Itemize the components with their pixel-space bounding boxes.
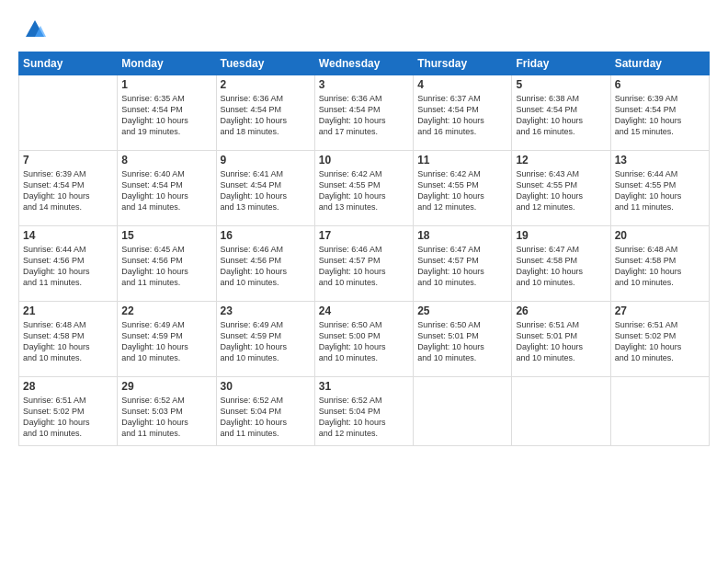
day-info: Sunrise: 6:38 AM Sunset: 4:54 PM Dayligh… xyxy=(516,93,606,138)
calendar-header-friday: Friday xyxy=(512,52,610,75)
calendar-cell: 1Sunrise: 6:35 AM Sunset: 4:54 PM Daylig… xyxy=(118,75,216,151)
calendar-header-monday: Monday xyxy=(118,52,216,75)
page: SundayMondayTuesdayWednesdayThursdayFrid… xyxy=(0,0,728,563)
day-info: Sunrise: 6:39 AM Sunset: 4:54 PM Dayligh… xyxy=(23,168,113,213)
calendar-cell: 20Sunrise: 6:48 AM Sunset: 4:58 PM Dayli… xyxy=(610,226,709,302)
calendar-cell: 3Sunrise: 6:36 AM Sunset: 4:54 PM Daylig… xyxy=(314,75,413,151)
calendar-cell: 30Sunrise: 6:52 AM Sunset: 5:04 PM Dayli… xyxy=(216,377,314,446)
day-number: 14 xyxy=(23,229,113,242)
day-number: 17 xyxy=(319,229,409,242)
day-info: Sunrise: 6:39 AM Sunset: 4:54 PM Dayligh… xyxy=(615,93,705,138)
calendar-cell: 25Sunrise: 6:50 AM Sunset: 5:01 PM Dayli… xyxy=(414,302,512,377)
day-number: 7 xyxy=(23,154,113,167)
day-number: 9 xyxy=(221,154,311,167)
calendar-header-saturday: Saturday xyxy=(610,52,709,75)
day-number: 16 xyxy=(221,229,311,242)
day-info: Sunrise: 6:42 AM Sunset: 4:55 PM Dayligh… xyxy=(417,168,507,213)
day-info: Sunrise: 6:43 AM Sunset: 4:55 PM Dayligh… xyxy=(516,168,606,213)
calendar-cell: 9Sunrise: 6:41 AM Sunset: 4:54 PM Daylig… xyxy=(216,151,314,226)
logo-icon xyxy=(22,17,48,42)
day-info: Sunrise: 6:49 AM Sunset: 4:59 PM Dayligh… xyxy=(221,319,311,364)
calendar-cell xyxy=(512,377,610,446)
day-number: 31 xyxy=(319,380,409,393)
day-info: Sunrise: 6:52 AM Sunset: 5:04 PM Dayligh… xyxy=(319,395,409,440)
day-info: Sunrise: 6:44 AM Sunset: 4:55 PM Dayligh… xyxy=(615,168,705,213)
calendar-header-tuesday: Tuesday xyxy=(216,52,314,75)
day-number: 4 xyxy=(417,78,507,91)
day-number: 2 xyxy=(221,78,311,91)
calendar-cell: 26Sunrise: 6:51 AM Sunset: 5:01 PM Dayli… xyxy=(512,302,610,377)
day-number: 19 xyxy=(516,229,606,242)
day-info: Sunrise: 6:51 AM Sunset: 5:02 PM Dayligh… xyxy=(615,319,705,364)
day-number: 23 xyxy=(221,304,311,317)
day-number: 26 xyxy=(516,304,606,317)
day-info: Sunrise: 6:52 AM Sunset: 5:03 PM Dayligh… xyxy=(121,395,211,440)
calendar-cell: 15Sunrise: 6:45 AM Sunset: 4:56 PM Dayli… xyxy=(118,226,216,302)
header xyxy=(18,17,710,42)
day-info: Sunrise: 6:50 AM Sunset: 5:00 PM Dayligh… xyxy=(319,319,409,364)
day-number: 8 xyxy=(121,154,211,167)
calendar-week-row-5: 28Sunrise: 6:51 AM Sunset: 5:02 PM Dayli… xyxy=(19,377,710,446)
day-info: Sunrise: 6:36 AM Sunset: 4:54 PM Dayligh… xyxy=(319,93,409,138)
day-info: Sunrise: 6:44 AM Sunset: 4:56 PM Dayligh… xyxy=(23,244,113,289)
calendar-cell: 29Sunrise: 6:52 AM Sunset: 5:03 PM Dayli… xyxy=(118,377,216,446)
calendar-cell: 12Sunrise: 6:43 AM Sunset: 4:55 PM Dayli… xyxy=(512,151,610,226)
day-number: 6 xyxy=(615,78,705,91)
calendar-cell: 6Sunrise: 6:39 AM Sunset: 4:54 PM Daylig… xyxy=(610,75,709,151)
calendar-week-row-1: 1Sunrise: 6:35 AM Sunset: 4:54 PM Daylig… xyxy=(19,75,710,151)
calendar-cell: 24Sunrise: 6:50 AM Sunset: 5:00 PM Dayli… xyxy=(314,302,413,377)
day-number: 15 xyxy=(121,229,211,242)
calendar-cell: 31Sunrise: 6:52 AM Sunset: 5:04 PM Dayli… xyxy=(314,377,413,446)
day-number: 21 xyxy=(23,304,113,317)
day-number: 27 xyxy=(615,304,705,317)
calendar-cell: 22Sunrise: 6:49 AM Sunset: 4:59 PM Dayli… xyxy=(118,302,216,377)
calendar-cell: 10Sunrise: 6:42 AM Sunset: 4:55 PM Dayli… xyxy=(314,151,413,226)
day-number: 5 xyxy=(516,78,606,91)
calendar-cell: 28Sunrise: 6:51 AM Sunset: 5:02 PM Dayli… xyxy=(19,377,118,446)
calendar-cell: 8Sunrise: 6:40 AM Sunset: 4:54 PM Daylig… xyxy=(118,151,216,226)
calendar-week-row-3: 14Sunrise: 6:44 AM Sunset: 4:56 PM Dayli… xyxy=(19,226,710,302)
day-number: 25 xyxy=(417,304,507,317)
calendar-cell xyxy=(610,377,709,446)
day-info: Sunrise: 6:48 AM Sunset: 4:58 PM Dayligh… xyxy=(23,319,113,364)
calendar-cell: 7Sunrise: 6:39 AM Sunset: 4:54 PM Daylig… xyxy=(19,151,118,226)
day-info: Sunrise: 6:42 AM Sunset: 4:55 PM Dayligh… xyxy=(319,168,409,213)
calendar-cell: 23Sunrise: 6:49 AM Sunset: 4:59 PM Dayli… xyxy=(216,302,314,377)
calendar-cell: 19Sunrise: 6:47 AM Sunset: 4:58 PM Dayli… xyxy=(512,226,610,302)
day-info: Sunrise: 6:46 AM Sunset: 4:57 PM Dayligh… xyxy=(319,244,409,289)
calendar-week-row-2: 7Sunrise: 6:39 AM Sunset: 4:54 PM Daylig… xyxy=(19,151,710,226)
day-info: Sunrise: 6:48 AM Sunset: 4:58 PM Dayligh… xyxy=(615,244,705,289)
day-info: Sunrise: 6:36 AM Sunset: 4:54 PM Dayligh… xyxy=(221,93,311,138)
calendar-cell: 11Sunrise: 6:42 AM Sunset: 4:55 PM Dayli… xyxy=(414,151,512,226)
day-number: 24 xyxy=(319,304,409,317)
day-number: 12 xyxy=(516,154,606,167)
calendar-cell: 13Sunrise: 6:44 AM Sunset: 4:55 PM Dayli… xyxy=(610,151,709,226)
day-info: Sunrise: 6:40 AM Sunset: 4:54 PM Dayligh… xyxy=(121,168,211,213)
calendar-cell: 4Sunrise: 6:37 AM Sunset: 4:54 PM Daylig… xyxy=(414,75,512,151)
calendar-header-row: SundayMondayTuesdayWednesdayThursdayFrid… xyxy=(19,52,710,75)
calendar-cell: 14Sunrise: 6:44 AM Sunset: 4:56 PM Dayli… xyxy=(19,226,118,302)
day-number: 20 xyxy=(615,229,705,242)
day-number: 28 xyxy=(23,380,113,393)
day-info: Sunrise: 6:41 AM Sunset: 4:54 PM Dayligh… xyxy=(221,168,311,213)
calendar-cell: 16Sunrise: 6:46 AM Sunset: 4:56 PM Dayli… xyxy=(216,226,314,302)
day-number: 13 xyxy=(615,154,705,167)
calendar-cell: 17Sunrise: 6:46 AM Sunset: 4:57 PM Dayli… xyxy=(314,226,413,302)
day-number: 11 xyxy=(417,154,507,167)
calendar-header-sunday: Sunday xyxy=(19,52,118,75)
day-number: 29 xyxy=(121,380,211,393)
calendar-cell: 21Sunrise: 6:48 AM Sunset: 4:58 PM Dayli… xyxy=(19,302,118,377)
day-info: Sunrise: 6:46 AM Sunset: 4:56 PM Dayligh… xyxy=(221,244,311,289)
day-info: Sunrise: 6:47 AM Sunset: 4:58 PM Dayligh… xyxy=(516,244,606,289)
day-info: Sunrise: 6:51 AM Sunset: 5:02 PM Dayligh… xyxy=(23,395,113,440)
day-info: Sunrise: 6:49 AM Sunset: 4:59 PM Dayligh… xyxy=(121,319,211,364)
logo xyxy=(18,17,48,42)
day-info: Sunrise: 6:50 AM Sunset: 5:01 PM Dayligh… xyxy=(417,319,507,364)
calendar-cell xyxy=(414,377,512,446)
day-number: 1 xyxy=(121,78,211,91)
calendar-table: SundayMondayTuesdayWednesdayThursdayFrid… xyxy=(18,52,710,446)
calendar-cell: 5Sunrise: 6:38 AM Sunset: 4:54 PM Daylig… xyxy=(512,75,610,151)
calendar-week-row-4: 21Sunrise: 6:48 AM Sunset: 4:58 PM Dayli… xyxy=(19,302,710,377)
calendar-cell: 18Sunrise: 6:47 AM Sunset: 4:57 PM Dayli… xyxy=(414,226,512,302)
day-number: 3 xyxy=(319,78,409,91)
